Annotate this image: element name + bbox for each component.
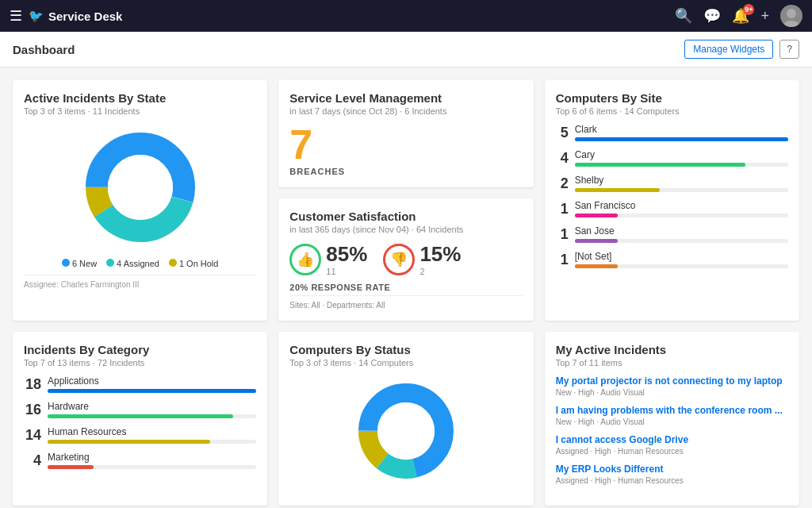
site-name: San Francisco bbox=[575, 200, 788, 211]
computers-by-status-subtitle: Top 3 of 3 items · 14 Computers bbox=[289, 358, 522, 368]
header: ☰ 🐦 Service Desk 🔍 💬 🔔 9+ + bbox=[0, 0, 812, 32]
category-row: 18 Applications bbox=[24, 375, 256, 393]
category-bar-bg bbox=[48, 389, 256, 393]
site-bar bbox=[575, 163, 745, 167]
site-name: Clark bbox=[575, 124, 788, 135]
csat-subtitle: in last 365 days (since Nov 04) · 64 Inc… bbox=[289, 225, 522, 234]
computers-by-status-title: Computers By Status bbox=[289, 343, 522, 356]
csat-positive-values: 85% 11 bbox=[326, 242, 367, 276]
bell-icon[interactable]: 🔔 9+ bbox=[732, 7, 749, 25]
csat-negative-values: 15% 2 bbox=[419, 242, 461, 276]
active-incidents-widget: Active Incidents By State Top 3 of 3 ite… bbox=[13, 80, 267, 321]
category-row: 16 Hardware bbox=[24, 401, 256, 418]
incident-item: My portal projector is not connecting to… bbox=[556, 375, 788, 397]
category-bar bbox=[48, 440, 210, 444]
site-info: San Francisco bbox=[575, 200, 788, 217]
site-row: 5 Clark bbox=[556, 124, 788, 141]
legend-assigned: 4 Assigned bbox=[106, 259, 159, 268]
page-title: Dashboard bbox=[13, 43, 75, 56]
chat-icon[interactable]: 💬 bbox=[703, 7, 721, 25]
csat-negative-pct: 15% bbox=[419, 242, 461, 267]
incident-title[interactable]: I cannot access Google Drive bbox=[556, 434, 788, 445]
category-count: 14 bbox=[24, 427, 41, 444]
my-active-incidents-widget: My Active Incidents Top 7 of 11 items My… bbox=[545, 332, 799, 506]
site-bar-bg bbox=[575, 188, 788, 192]
active-incidents-donut bbox=[24, 124, 256, 251]
csat-response-rate: 20% RESPONSE RATE bbox=[289, 283, 522, 292]
category-info: Hardware bbox=[48, 401, 256, 418]
category-name: Marketing bbox=[48, 452, 256, 463]
site-bar bbox=[575, 239, 618, 243]
csat-negative-icon: 👎 bbox=[383, 244, 415, 275]
csat-positive: 👍 85% 11 bbox=[289, 242, 367, 276]
manage-widgets-button[interactable]: Manage Widgets bbox=[684, 40, 773, 59]
site-row: 1 San Jose bbox=[556, 225, 788, 243]
incident-meta: Assigned · High · Human Resources bbox=[556, 447, 788, 456]
csat-title: Customer Satisfaction bbox=[289, 210, 522, 223]
incidents-by-category-subtitle: Top 7 of 13 items · 72 Incidents bbox=[24, 358, 256, 368]
active-incidents-title: Active Incidents By State bbox=[24, 91, 256, 105]
my-active-incidents-subtitle: Top 7 of 11 items bbox=[556, 358, 788, 368]
site-bar bbox=[575, 188, 661, 192]
category-name: Applications bbox=[48, 375, 256, 387]
svg-point-1 bbox=[783, 21, 799, 27]
incidents-by-category-widget: Incidents By Category Top 7 of 13 items … bbox=[13, 332, 267, 506]
csat-positive-count: 11 bbox=[326, 267, 367, 276]
incident-meta: Assigned · High · Human Resources bbox=[556, 476, 788, 485]
site-info: Clark bbox=[575, 124, 788, 141]
brand-name: Service Desk bbox=[48, 10, 122, 23]
incidents-by-category-list: 18 Applications 16 Hardware 14 bbox=[24, 375, 256, 469]
avatar[interactable] bbox=[780, 5, 802, 27]
subheader: Dashboard Manage Widgets ? bbox=[0, 32, 812, 67]
category-count: 18 bbox=[24, 376, 41, 393]
csat-positive-icon: 👍 bbox=[289, 244, 321, 275]
slm-title: Service Level Management bbox=[289, 91, 522, 105]
incident-title[interactable]: My ERP Looks Different bbox=[556, 464, 788, 475]
category-info: Applications bbox=[48, 375, 256, 393]
category-count: 4 bbox=[24, 452, 41, 469]
service-level-widget: Service Level Management in last 7 days … bbox=[278, 80, 533, 187]
site-count: 1 bbox=[556, 252, 569, 268]
category-row: 4 Marketing bbox=[24, 452, 256, 469]
computers-by-site-subtitle: Top 6 of 6 items · 14 Computers bbox=[556, 106, 788, 116]
site-name: Cary bbox=[575, 149, 788, 160]
incident-title[interactable]: I am having problems with the conference… bbox=[556, 405, 788, 416]
bird-icon: 🐦 bbox=[29, 9, 44, 23]
slm-subtitle: in last 7 days (since Oct 28) · 6 Incide… bbox=[289, 106, 522, 116]
category-bar-bg bbox=[48, 414, 256, 418]
slm-breaches-label: BREACHES bbox=[289, 167, 522, 176]
site-bar-bg bbox=[575, 214, 788, 217]
site-name: Shelby bbox=[575, 175, 788, 186]
my-active-incidents-list: My portal projector is not connecting to… bbox=[556, 375, 788, 485]
search-icon[interactable]: 🔍 bbox=[675, 7, 692, 25]
my-active-incidents-title: My Active Incidents bbox=[556, 343, 788, 356]
site-bar bbox=[575, 264, 618, 268]
active-incidents-legend: 6 New 4 Assigned 1 On Hold bbox=[24, 259, 256, 268]
incident-item: I am having problems with the conference… bbox=[556, 405, 788, 426]
site-row: 1 San Francisco bbox=[556, 200, 788, 217]
add-icon[interactable]: + bbox=[760, 8, 769, 25]
computers-by-status-donut bbox=[289, 375, 522, 487]
active-incidents-footer: Assignee: Charles Farmington III bbox=[24, 275, 256, 289]
site-bar-bg bbox=[575, 239, 788, 243]
incident-item: My ERP Looks Different Assigned · High ·… bbox=[556, 464, 788, 485]
csat-negative: 👎 15% 2 bbox=[383, 242, 461, 276]
site-info: Cary bbox=[575, 149, 788, 167]
category-bar bbox=[48, 414, 233, 418]
incident-title[interactable]: My portal projector is not connecting to… bbox=[556, 375, 788, 387]
site-bar-bg bbox=[575, 264, 788, 268]
site-row: 4 Cary bbox=[556, 149, 788, 167]
hamburger-icon[interactable]: ☰ bbox=[10, 7, 22, 25]
help-button[interactable]: ? bbox=[779, 40, 799, 59]
category-bar bbox=[48, 465, 94, 469]
incident-item: I cannot access Google Drive Assigned · … bbox=[556, 434, 788, 456]
site-bar-bg bbox=[575, 163, 788, 167]
computers-by-status-widget: Computers By Status Top 3 of 3 items · 1… bbox=[278, 332, 533, 506]
site-count: 4 bbox=[556, 150, 569, 167]
site-count: 1 bbox=[556, 201, 569, 217]
computers-by-site-title: Computers By Site bbox=[556, 91, 788, 105]
site-count: 1 bbox=[556, 226, 569, 243]
category-info: Human Resources bbox=[48, 426, 256, 444]
notification-badge: 9+ bbox=[743, 4, 754, 15]
legend-onhold: 1 On Hold bbox=[169, 259, 219, 268]
